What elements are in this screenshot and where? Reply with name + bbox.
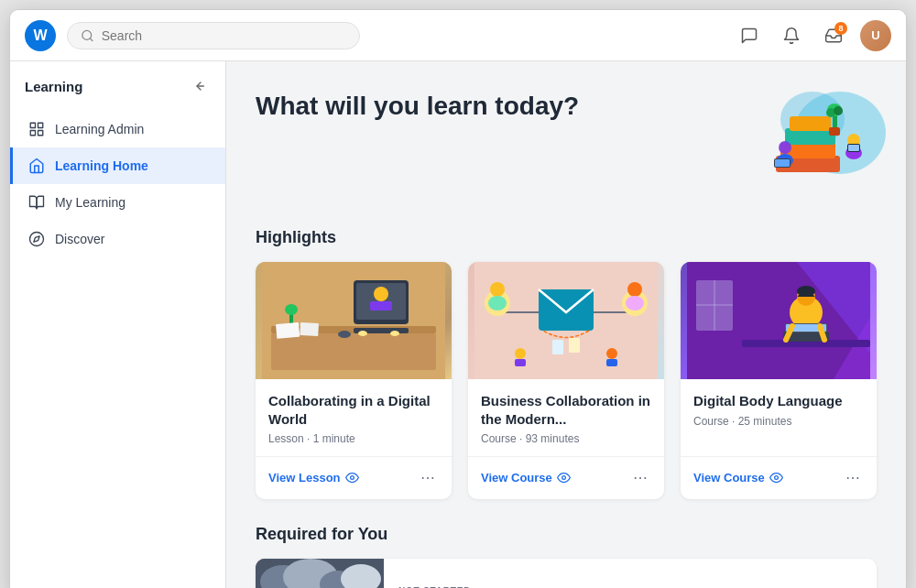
svg-point-43 <box>350 475 354 479</box>
view-course-link-3[interactable]: View Course <box>693 471 783 485</box>
card-meta-3: Course · 25 minutes <box>693 415 864 428</box>
chat-button[interactable] <box>734 20 765 51</box>
course-card-3: Digital Body Language Course · 25 minute… <box>681 262 877 499</box>
svg-point-36 <box>338 331 351 338</box>
svg-point-38 <box>285 304 298 315</box>
card-more-button-3[interactable]: ⋯ <box>842 466 864 488</box>
svg-point-57 <box>606 348 617 359</box>
sidebar-header: Learning <box>10 61 225 107</box>
avatar[interactable]: U <box>860 20 891 51</box>
svg-point-53 <box>626 296 644 310</box>
sidebar-nav: Learning Admin Learning Home <box>10 107 225 261</box>
svg-point-7 <box>30 233 44 246</box>
required-item: STOP NOT STARTED Workplace Harassment & … <box>256 559 877 588</box>
svg-point-60 <box>562 475 565 479</box>
svg-rect-3 <box>30 123 35 127</box>
sidebar-item-label: My Learning <box>55 195 125 210</box>
svg-point-18 <box>834 106 843 115</box>
inbox-button[interactable]: 8 <box>818 20 849 51</box>
search-input[interactable] <box>102 28 346 43</box>
svg-rect-19 <box>829 127 840 136</box>
main-content: What will you learn today? <box>226 61 906 588</box>
svg-point-76 <box>774 475 778 479</box>
cards-row: Collaborating in a Digital World Lesson … <box>256 262 877 499</box>
course-card-2: Business Collaboration in the Modern... … <box>468 262 664 499</box>
hero-title: What will you learn today? <box>256 91 579 122</box>
svg-rect-58 <box>515 359 526 366</box>
chat-icon <box>740 27 758 45</box>
bell-icon <box>782 27 801 45</box>
svg-rect-14 <box>790 116 831 131</box>
svg-point-40 <box>390 331 399 336</box>
view-course-link-2[interactable]: View Course <box>481 471 571 485</box>
svg-rect-5 <box>38 131 43 136</box>
course-card-1: Collaborating in a Digital World Lesson … <box>256 262 452 499</box>
card-footer-3: View Course ⋯ <box>681 456 877 499</box>
grid-icon <box>27 120 46 138</box>
required-section-title: Required for You <box>256 525 877 544</box>
search-bar[interactable] <box>67 22 360 49</box>
sidebar-item-label: Learning Admin <box>55 122 144 136</box>
svg-rect-42 <box>300 322 319 336</box>
svg-rect-55 <box>569 338 580 353</box>
svg-point-20 <box>779 141 791 154</box>
card-body-1: Collaborating in a Digital World Lesson … <box>256 379 452 445</box>
search-icon <box>81 28 94 43</box>
main-layout: Learning Learn <box>10 61 906 588</box>
hero-section: What will you learn today? <box>256 87 877 206</box>
sidebar-item-discover[interactable]: Discover <box>10 221 225 257</box>
sidebar-item-my-learning[interactable]: My Learning <box>10 184 225 221</box>
svg-line-1 <box>90 38 93 40</box>
sidebar-item-learning-home[interactable]: Learning Home <box>10 147 225 184</box>
card-more-button-1[interactable]: ⋯ <box>417 466 439 488</box>
sidebar: Learning Learn <box>10 61 226 588</box>
svg-rect-25 <box>775 159 790 167</box>
card-footer-2: View Course ⋯ <box>468 456 664 499</box>
required-thumb: STOP <box>256 559 384 588</box>
svg-point-49 <box>490 282 505 297</box>
sidebar-item-label: Learning Home <box>55 158 148 173</box>
svg-rect-30 <box>271 333 436 370</box>
card-title-2: Business Collaboration in the Modern... <box>481 392 651 428</box>
svg-point-33 <box>374 287 388 301</box>
hero-illustration <box>693 87 877 206</box>
sidebar-title: Learning <box>25 79 82 94</box>
view-lesson-link-1[interactable]: View Lesson <box>268 471 359 485</box>
collapse-icon <box>191 79 206 93</box>
inbox-badge: 8 <box>834 22 847 35</box>
svg-rect-54 <box>552 340 563 354</box>
svg-point-52 <box>627 282 642 297</box>
card-footer-1: View Lesson ⋯ <box>256 456 452 499</box>
eye-icon-2 <box>557 471 571 485</box>
notifications-button[interactable] <box>776 20 807 51</box>
svg-rect-41 <box>276 322 300 339</box>
svg-point-56 <box>515 348 526 359</box>
card-meta-1: Lesson · 1 minute <box>268 432 439 445</box>
topbar: W 8 U <box>10 10 906 61</box>
app-window: W 8 U <box>9 9 907 588</box>
svg-marker-8 <box>34 236 39 242</box>
card-body-3: Digital Body Language Course · 25 minute… <box>681 379 877 445</box>
svg-rect-4 <box>38 123 43 127</box>
sidebar-item-label: Discover <box>55 232 104 246</box>
svg-point-50 <box>488 296 507 310</box>
sidebar-collapse-button[interactable] <box>187 74 211 98</box>
card-meta-2: Course · 93 minutes <box>481 432 651 445</box>
svg-rect-27 <box>848 145 859 151</box>
card-body-2: Business Collaboration in the Modern... … <box>468 379 664 445</box>
svg-rect-34 <box>370 301 392 310</box>
card-more-button-2[interactable]: ⋯ <box>629 466 651 488</box>
svg-rect-6 <box>30 131 35 136</box>
card-thumb-3 <box>681 262 877 379</box>
svg-point-39 <box>358 331 367 336</box>
book-icon <box>27 193 46 212</box>
svg-point-67 <box>797 286 815 297</box>
eye-icon-3 <box>769 471 783 485</box>
sidebar-item-learning-admin[interactable]: Learning Admin <box>10 111 225 147</box>
card-title-3: Digital Body Language <box>693 392 864 410</box>
home-icon <box>27 157 46 175</box>
highlights-title: Highlights <box>256 228 877 247</box>
eye-icon <box>345 471 359 485</box>
card-thumb-2 <box>468 262 664 379</box>
svg-rect-59 <box>606 359 617 366</box>
